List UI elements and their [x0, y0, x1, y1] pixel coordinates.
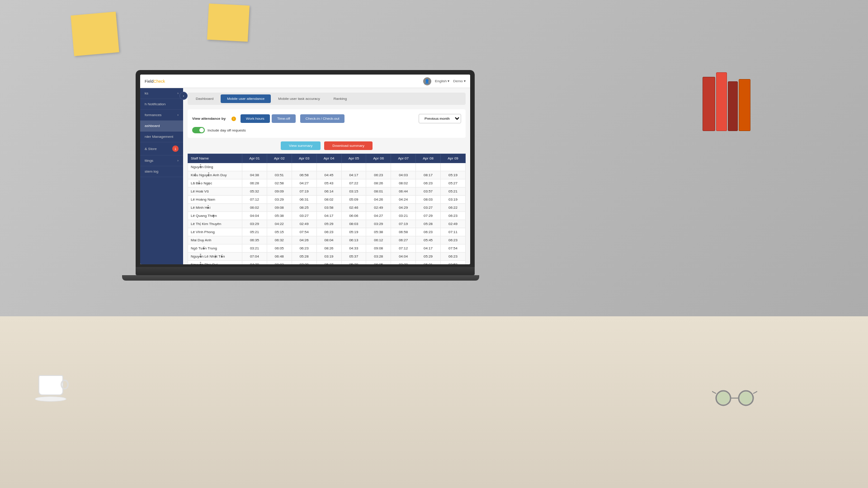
svg-point-5 [717, 392, 730, 404]
col-header-apr04: Apr 04 [316, 154, 341, 163]
demo-user[interactable]: Demo ▾ [453, 79, 466, 83]
table-row: Lê Hoàng Nam07:1203:2906:3108:0205:0904:… [188, 196, 466, 204]
attendance-cell: 04:27 [366, 212, 391, 220]
sidebar-label-tasks: ks [145, 91, 148, 95]
tab-mobile-task[interactable]: Mobile user task accuracy [272, 94, 326, 103]
sidebar-item-dashboard[interactable]: ashboard [140, 121, 183, 131]
laptop-base [136, 267, 475, 275]
sidebar-arrow-settings: › [177, 159, 179, 163]
attendance-cell: 08:04 [316, 236, 341, 244]
attendance-cell [416, 163, 441, 171]
laptop-bottom [122, 275, 479, 281]
attendance-cell: 05:37 [341, 253, 366, 261]
attendance-table: Staff Name Apr 01 Apr 02 Apr 03 Apr 04 A… [188, 154, 466, 264]
attendance-cell: 07:12 [391, 244, 416, 253]
attendance-cell [267, 163, 292, 171]
attendance-cell: 09:09 [267, 188, 292, 196]
tab-mobile-attendance[interactable]: Mobile user attendance [221, 94, 271, 103]
attendance-cell: 08:03 [341, 220, 366, 228]
attendance-cell: 05:38 [366, 228, 391, 236]
attendance-cell: 03:29 [391, 261, 416, 265]
include-dayoff-row: Include day off requests [192, 127, 461, 133]
attendance-cell: 05:19 [441, 171, 466, 179]
user-avatar[interactable]: 👤 [423, 77, 431, 85]
tab-ranking[interactable]: Ranking [327, 94, 353, 103]
attendance-cell: 06:05 [366, 261, 391, 265]
view-summary-btn[interactable]: View summary [281, 141, 321, 150]
attendance-cell [316, 163, 341, 171]
attendance-cell: 03:19 [316, 253, 341, 261]
sidebar-label-dashboard: ashboard [145, 124, 160, 128]
attendance-cell: 06:05 [267, 244, 292, 253]
sidebar-item-notification[interactable]: h Notification [140, 99, 183, 110]
attendance-cell: 06:06 [341, 212, 366, 220]
attendance-cell: 06:02 [242, 204, 267, 212]
attendance-cell: 06:31 [416, 261, 441, 265]
coffee-cup [38, 375, 66, 400]
staff-name-cell: Lã Bảo Ngọc [188, 179, 242, 188]
sidebar-label-store: & Store [145, 147, 157, 151]
work-hours-btn[interactable]: Work hours [241, 114, 270, 123]
attendance-cell: 02:49 [292, 220, 316, 228]
sidebar-item-system-log[interactable]: stem log [140, 166, 183, 177]
time-off-btn[interactable]: Time-off [272, 114, 296, 123]
staff-name-cell: Ngô Tuấn Trung [188, 244, 242, 253]
staff-name-cell: Nguyễn Lê Nhật Tấn [188, 253, 242, 261]
table-row: Mai Duy Anh06:3506:3204:2608:0406:1306:1… [188, 236, 466, 244]
attendance-cell: 06:14 [316, 188, 341, 196]
attendance-cell: 03:15 [341, 188, 366, 196]
col-header-apr07: Apr 07 [391, 154, 416, 163]
sidebar-item-settings[interactable]: ttings › [140, 155, 183, 166]
checkin-checkout-btn[interactable]: Check-in / Check-out [300, 114, 345, 123]
attendance-cell: 03:51 [267, 171, 292, 179]
sidebar-arrow-tasks: › [177, 91, 179, 95]
language-selector[interactable]: English ▾ [435, 79, 449, 83]
staff-name-cell: Lê Thị Kim Thuyên [188, 220, 242, 228]
download-summary-btn[interactable]: Download summary [324, 141, 373, 150]
staff-name-cell: Kiều Nguyễn Anh Duy [188, 171, 242, 179]
attendance-cell: 03:21 [242, 244, 267, 253]
laptop-screen: FieldCheck 👤 English ▾ Demo ▾ ‹ [140, 75, 470, 264]
attendance-cell: 07:54 [441, 244, 466, 253]
sidebar-label-performances: formances [145, 113, 161, 117]
table-row: Lê Quang Thiện04:0405:3803:2704:1706:060… [188, 212, 466, 220]
attendance-cell: 03:29 [366, 220, 391, 228]
attendance-cell: 06:27 [391, 236, 416, 244]
attendance-cell: 06:44 [391, 188, 416, 196]
attendance-cell: 05:19 [341, 228, 366, 236]
sidebar-item-performances[interactable]: formances › [140, 110, 183, 121]
attendance-cell: 05:38 [267, 212, 292, 220]
sidebar-collapse-btn[interactable]: ‹ [179, 92, 188, 100]
col-header-apr03: Apr 03 [292, 154, 316, 163]
attendance-cell: 05:43 [316, 179, 341, 188]
sidebar-item-store[interactable]: & Store 1 [140, 142, 183, 155]
staff-name-cell: Lê Quang Thiện [188, 212, 242, 220]
glasses [712, 389, 757, 409]
table-row: Lê Thị Kim Thuyên03:2904:2202:4905:2908:… [188, 220, 466, 228]
attendance-cell: 04:29 [391, 204, 416, 212]
attendance-cell: 06:58 [391, 228, 416, 236]
attendance-cell: 03:19 [441, 196, 466, 204]
attendance-cell: 05:28 [292, 253, 316, 261]
sidebar-label-notification: h Notification [145, 102, 165, 106]
sidebar-item-order-management[interactable]: rder Management [140, 131, 183, 142]
date-range-select[interactable]: Previous month Current month Custom [419, 114, 461, 123]
attendance-cell: 04:27 [292, 179, 316, 188]
sidebar-item-tasks[interactable]: ks › [140, 88, 183, 99]
logo-check: Check [154, 79, 165, 84]
attendance-cell: 08:25 [292, 204, 316, 212]
attendance-cell: 05:32 [242, 188, 267, 196]
attendance-cell: 02:49 [366, 204, 391, 212]
attendance-cell [366, 163, 391, 171]
attendance-cell: 06:23 [316, 228, 341, 236]
col-header-staff: Staff Name [188, 154, 242, 163]
attendance-cell: 04:24 [391, 196, 416, 204]
sidebar-arrow-performances: › [177, 113, 179, 117]
attendance-cell: 06:28 [242, 179, 267, 188]
col-header-apr01: Apr 01 [242, 154, 267, 163]
dayoff-toggle[interactable] [192, 127, 205, 133]
tab-dashboard[interactable]: Dashboard [189, 94, 220, 103]
table-row: Nguyễn Lê Nhật Tấn07:0406:4805:2803:1905… [188, 253, 466, 261]
staff-name-cell: Nguyễn Dũng [188, 163, 242, 171]
attendance-cell: 05:29 [416, 253, 441, 261]
